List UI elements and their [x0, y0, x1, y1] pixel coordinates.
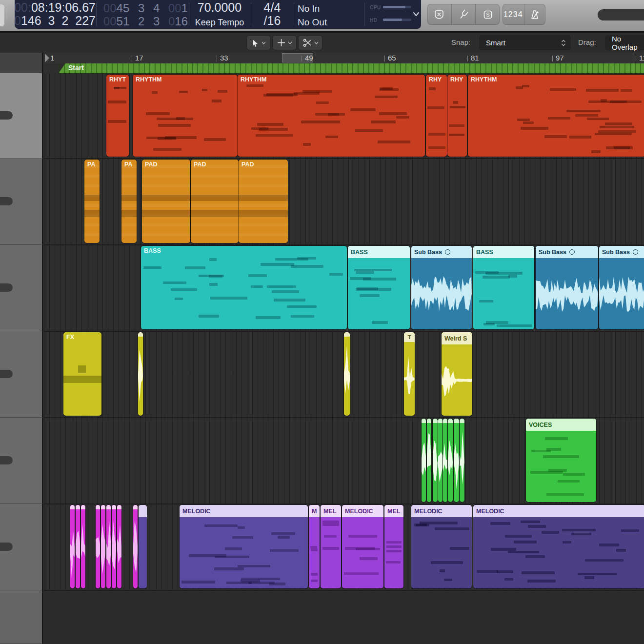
track-header-empty[interactable] — [0, 590, 43, 644]
lcd-division[interactable]: /16 — [251, 14, 294, 27]
region-t[interactable]: T — [404, 332, 415, 416]
region-green-clip[interactable] — [454, 419, 459, 502]
region-magenta-clip[interactable] — [106, 505, 111, 588]
region-rhythm[interactable]: RHYTHM — [238, 75, 425, 157]
region-darkPurple-clip[interactable] — [139, 505, 147, 588]
ruler-bar-number: 1 — [50, 54, 54, 62]
ruler-tick — [217, 56, 217, 61]
region-green-clip[interactable] — [433, 419, 438, 502]
midi-notes — [309, 505, 320, 588]
track-color-pill — [0, 456, 13, 464]
region-rhy[interactable]: RHY — [426, 75, 447, 157]
lcd-tempo-mode[interactable]: Keep Tempo — [189, 16, 250, 29]
marker-lane[interactable]: Start — [44, 63, 644, 73]
region-label: RHYTHM — [136, 76, 161, 83]
region-magenta-clip[interactable] — [70, 505, 75, 588]
control-bar-edge-button[interactable] — [0, 4, 4, 26]
bar-ruler[interactable]: 1173349658197113 — [44, 53, 644, 63]
audio-waveform — [454, 419, 459, 502]
region-sub-bass[interactable]: Sub Bass — [599, 246, 644, 329]
track-header-voices[interactable] — [0, 418, 43, 504]
track-header-bass[interactable] — [0, 245, 43, 331]
ruler-tick — [302, 56, 302, 61]
midi-notes — [473, 246, 534, 329]
region-magenta-clip[interactable] — [112, 505, 116, 588]
region-rhy[interactable]: RHY — [447, 75, 467, 157]
region-magenta-clip[interactable] — [81, 505, 85, 588]
pad-texture — [121, 160, 137, 243]
command-click-tool-button[interactable] — [272, 35, 297, 50]
region-bass[interactable]: BASS — [473, 246, 534, 329]
tracks-area[interactable]: RHYTRHYTHMRHYTHMRHYRHYRHYTHMPAPAPADPADPA… — [44, 73, 644, 644]
drag-label: Drag: — [578, 38, 596, 46]
region-weird-s[interactable]: Weird S — [442, 332, 472, 416]
crosshair-tool-icon — [277, 39, 285, 47]
region-green-clip[interactable] — [443, 419, 447, 502]
midi-notes — [321, 505, 341, 588]
lcd-time-signature[interactable]: 4/4 — [251, 1, 294, 14]
region-pa[interactable]: PA — [121, 160, 137, 243]
region-melodic[interactable]: MELODIC — [411, 505, 472, 588]
region-rhythm[interactable]: RHYTHM — [133, 75, 238, 157]
track-header-rhythm[interactable] — [0, 73, 43, 159]
region-green-clip[interactable] — [438, 419, 443, 502]
audio-waveform — [443, 419, 447, 502]
region-green-clip[interactable] — [460, 419, 464, 502]
region-label: PAD — [194, 161, 206, 168]
midi-panic-button[interactable] — [427, 4, 451, 25]
master-volume-slider[interactable] — [598, 9, 644, 20]
drag-dropdown[interactable]: No Overlap — [605, 35, 644, 50]
solo-button[interactable]: S — [475, 4, 500, 25]
region-sub-bass[interactable]: Sub Bass — [536, 246, 598, 329]
region-m[interactable]: M — [309, 505, 320, 588]
lane-separator — [44, 158, 644, 159]
region-pad[interactable]: PAD — [142, 160, 190, 243]
region-rhyt[interactable]: RHYT — [106, 75, 129, 157]
region-pa[interactable]: PA — [84, 160, 100, 243]
lcd-chevron-down-icon[interactable] — [413, 11, 420, 18]
region-mel[interactable]: MEL — [384, 505, 403, 588]
region-magenta-clip[interactable] — [101, 505, 105, 588]
left-click-tool-button[interactable] — [246, 35, 271, 50]
region-melodic[interactable]: MELODIC — [473, 505, 644, 588]
metronome-button[interactable] — [524, 4, 546, 25]
third-tool-button[interactable] — [298, 35, 322, 50]
region-rhythm[interactable]: RHYTHM — [468, 75, 644, 157]
region-header — [106, 505, 111, 509]
tuner-button[interactable] — [451, 4, 476, 25]
region-header — [454, 419, 459, 423]
track-header-fx[interactable] — [0, 331, 43, 418]
track-header-melodic[interactable] — [0, 504, 43, 590]
region-magenta-clip[interactable] — [117, 505, 121, 588]
region-sub-bass[interactable]: Sub Bass — [411, 246, 472, 329]
track-color-pill — [0, 283, 13, 292]
region-bass[interactable]: BASS — [141, 246, 347, 329]
region-mel[interactable]: MEL — [321, 505, 341, 588]
region-melodic[interactable]: MELODIC — [342, 505, 383, 588]
region-green-clip[interactable] — [427, 419, 431, 502]
region-magenta-clip[interactable] — [76, 505, 80, 588]
region-melodic[interactable]: MELODIC — [180, 505, 308, 588]
lcd-display[interactable]: 00:08:19:06.67 0146 3 2 227 0045 3 4 001… — [15, 0, 421, 29]
region-yellow-clip[interactable] — [138, 332, 143, 416]
region-fx[interactable]: FX — [63, 332, 101, 416]
region-yellow-clip[interactable] — [344, 332, 350, 416]
count-in-button[interactable]: 1234 — [503, 4, 524, 25]
snap-dropdown[interactable]: Smart — [479, 35, 571, 50]
audio-waveform — [460, 419, 464, 502]
region-green-clip[interactable] — [422, 419, 426, 502]
region-green-clip[interactable] — [448, 419, 453, 502]
region-bass[interactable]: BASS — [348, 246, 410, 329]
region-pad[interactable]: PAD — [239, 160, 288, 243]
region-voices[interactable]: VOICES — [526, 419, 596, 502]
region-pad[interactable]: PAD — [191, 160, 239, 243]
audio-waveform — [96, 505, 100, 588]
region-label: PAD — [145, 161, 157, 168]
playhead-marker-icon[interactable] — [44, 54, 50, 62]
lcd-tempo-value[interactable]: 70.0000 — [189, 1, 250, 14]
audio-waveform — [438, 419, 443, 502]
region-magenta-clip[interactable] — [133, 505, 138, 588]
region-magenta-clip[interactable] — [96, 505, 100, 588]
region-header: BASS — [348, 246, 410, 258]
track-header-pad[interactable] — [0, 159, 43, 245]
